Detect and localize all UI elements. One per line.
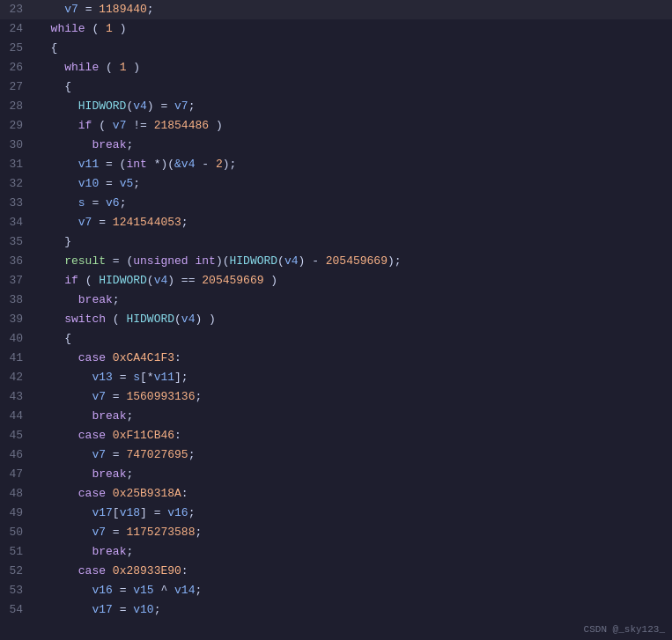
code-line: 32 v10 = v5; (0, 174, 672, 194)
line-content: s = v6; (37, 194, 672, 213)
line-number: 27 (0, 77, 37, 97)
line-number: 40 (0, 329, 37, 349)
code-line: 31 v11 = (int *)(&v4 - 2); (0, 155, 672, 174)
line-number: 37 (0, 271, 37, 291)
line-content: v7 = 1189440; (37, 0, 672, 19)
code-line: 43 v7 = 1560993136; (0, 387, 672, 407)
line-number: 34 (0, 213, 37, 232)
code-line: 42 v13 = s[*v11]; (0, 368, 672, 387)
line-content: HIDWORD(v4) = v7; (37, 97, 672, 116)
code-line: 45 case 0xF11CB46: (0, 426, 672, 445)
line-content: break; (37, 542, 672, 562)
line-number: 42 (0, 368, 37, 387)
code-line: 53 v16 = v15 ^ v14; (0, 581, 672, 600)
line-number: 35 (0, 232, 37, 252)
line-content: v7 = 1560993136; (37, 387, 672, 407)
code-line: 36 result = (unsigned int)(HIDWORD(v4) -… (0, 252, 672, 271)
line-content: v11 = (int *)(&v4 - 2); (37, 155, 672, 174)
line-content: } (37, 232, 672, 252)
line-number: 39 (0, 310, 37, 329)
code-line: 29 if ( v7 != 21854486 ) (0, 116, 672, 136)
line-number: 38 (0, 291, 37, 310)
line-number: 49 (0, 504, 37, 523)
line-content: switch ( HIDWORD(v4) ) (37, 310, 672, 329)
line-number: 26 (0, 58, 37, 77)
code-line: 40 { (0, 329, 672, 349)
line-number: 23 (0, 0, 37, 19)
line-content: case 0x25B9318A: (37, 484, 672, 504)
code-line: 52 case 0x28933E90: (0, 562, 672, 581)
line-content: v7 = 747027695; (37, 445, 672, 465)
line-content: { (37, 77, 672, 97)
line-number: 32 (0, 174, 37, 194)
code-line: 33 s = v6; (0, 194, 672, 213)
line-content: while ( 1 ) (37, 19, 672, 39)
line-number: 48 (0, 484, 37, 504)
code-line: 48 case 0x25B9318A: (0, 484, 672, 504)
code-editor: 23 v7 = 1189440;24 while ( 1 )25 {26 whi… (0, 0, 672, 640)
line-number: 41 (0, 349, 37, 368)
code-line: 24 while ( 1 ) (0, 19, 672, 39)
code-line: 26 while ( 1 ) (0, 58, 672, 77)
line-number: 53 (0, 581, 37, 600)
line-number: 31 (0, 155, 37, 174)
line-content: break; (37, 407, 672, 426)
line-content: v17 = v10; (37, 600, 672, 620)
line-number: 45 (0, 426, 37, 445)
code-line: 46 v7 = 747027695; (0, 445, 672, 465)
line-content: v13 = s[*v11]; (37, 368, 672, 387)
line-number: 44 (0, 407, 37, 426)
code-line: 50 v7 = 1175273588; (0, 523, 672, 542)
code-line: 54 v17 = v10; (0, 600, 672, 620)
line-number: 47 (0, 465, 37, 484)
code-line: 35 } (0, 232, 672, 252)
line-number: 29 (0, 116, 37, 136)
line-content: v7 = 1241544053; (37, 213, 672, 232)
line-number: 52 (0, 562, 37, 581)
line-content: break; (37, 291, 672, 310)
line-number: 43 (0, 387, 37, 407)
line-content: v16 = v15 ^ v14; (37, 581, 672, 600)
line-content: if ( v7 != 21854486 ) (37, 116, 672, 136)
code-line: 23 v7 = 1189440; (0, 0, 672, 19)
line-content: if ( HIDWORD(v4) == 205459669 ) (37, 271, 672, 291)
line-number: 50 (0, 523, 37, 542)
line-content: result = (unsigned int)(HIDWORD(v4) - 20… (37, 252, 672, 271)
watermark-text: CSDN @_sky123_ (584, 624, 665, 635)
line-number: 28 (0, 97, 37, 116)
line-content: break; (37, 465, 672, 484)
line-content: { (37, 39, 672, 58)
code-line: 38 break; (0, 291, 672, 310)
code-line: 30 break; (0, 136, 672, 155)
code-line: 34 v7 = 1241544053; (0, 213, 672, 232)
line-content: case 0xF11CB46: (37, 426, 672, 445)
code-line: 41 case 0xCA4C1F3: (0, 349, 672, 368)
line-number: 24 (0, 19, 37, 39)
line-content: v10 = v5; (37, 174, 672, 194)
line-number: 36 (0, 252, 37, 271)
line-number: 25 (0, 39, 37, 58)
line-content: while ( 1 ) (37, 58, 672, 77)
line-number: 33 (0, 194, 37, 213)
code-line: 39 switch ( HIDWORD(v4) ) (0, 310, 672, 329)
code-line: 44 break; (0, 407, 672, 426)
line-content: case 0xCA4C1F3: (37, 349, 672, 368)
line-content: break; (37, 136, 672, 155)
code-line: 51 break; (0, 542, 672, 562)
line-content: case 0x28933E90: (37, 562, 672, 581)
line-content: v17[v18] = v16; (37, 504, 672, 523)
code-line: 28 HIDWORD(v4) = v7; (0, 97, 672, 116)
code-line: 37 if ( HIDWORD(v4) == 205459669 ) (0, 271, 672, 291)
line-number: 51 (0, 542, 37, 562)
line-content: { (37, 329, 672, 349)
code-line: 25 { (0, 39, 672, 58)
line-content: v7 = 1175273588; (37, 523, 672, 542)
line-number: 30 (0, 136, 37, 155)
code-line: 27 { (0, 77, 672, 97)
code-line: 49 v17[v18] = v16; (0, 504, 672, 523)
line-number: 54 (0, 600, 37, 620)
code-line: 47 break; (0, 465, 672, 484)
line-number: 46 (0, 445, 37, 465)
